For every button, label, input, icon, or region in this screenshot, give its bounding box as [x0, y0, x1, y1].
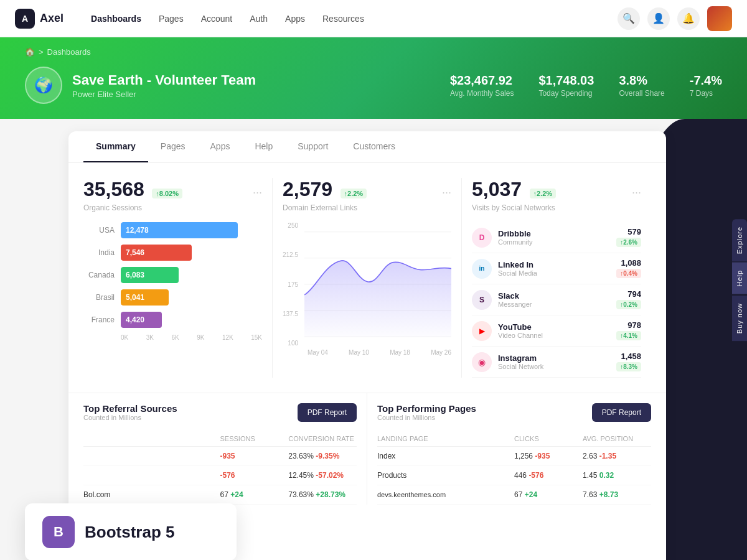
- social-row-youtube: ▶ YouTube Video Channel 978 ↑4.1%: [472, 315, 641, 347]
- nav-links: Dashboards Pages Account Auth Apps Resou…: [83, 10, 618, 27]
- organic-sessions-value: 35,568: [83, 178, 144, 200]
- pdf-report-button-left[interactable]: PDF Report: [298, 403, 357, 422]
- breadcrumb-current: Dashboards: [47, 47, 91, 57]
- tab-help[interactable]: Help: [242, 131, 285, 162]
- explore-button[interactable]: Explore: [732, 219, 747, 261]
- more-options-icon[interactable]: ···: [253, 186, 262, 199]
- tab-summary[interactable]: Summary: [83, 131, 148, 162]
- instagram-icon: ◉: [472, 352, 492, 372]
- table-row: Index 1,256 -935 2.63 -1.35: [377, 447, 651, 466]
- bootstrap-logo: B: [42, 516, 75, 548]
- bar-row-usa: USA 12,478: [83, 222, 262, 238]
- linkedin-icon: in: [472, 259, 492, 279]
- pages-sub: Counted in Millions: [377, 414, 476, 421]
- external-links-col: 2,579 ↑2.2% ··· Domain External Links 25…: [273, 178, 462, 378]
- dashboard-grid: 35,568 ↑8.02% ··· Organic Sessions USA 1…: [68, 163, 666, 393]
- table-row: devs.keenthemes.com 67 +24 7.63 +8.73: [377, 485, 651, 505]
- referral-sub: Counted in Millions: [83, 414, 177, 421]
- hero-content: 🌍 Save Earth - Volunteer Team Power Elit…: [25, 67, 722, 104]
- nav-apps[interactable]: Apps: [278, 10, 312, 27]
- youtube-icon: ▶: [472, 321, 492, 341]
- referral-sources-col: Top Referral Sources Counted in Millions…: [83, 393, 367, 505]
- main-wrapper: Explore Help Buy now Summary Pages Apps …: [0, 119, 747, 560]
- bootstrap-overlay: B Bootstrap 5: [25, 503, 237, 560]
- navbar: A Axel Dashboards Pages Account Auth App…: [0, 0, 747, 37]
- table-row: Products 446 -576 1.45 0.32: [377, 466, 651, 485]
- organic-sessions-label: Organic Sessions: [83, 203, 262, 212]
- nav-auth[interactable]: Auth: [242, 10, 275, 27]
- dribbble-icon: D: [472, 228, 492, 248]
- bar-axis: 0K3K6K9K12K15K: [83, 334, 262, 341]
- referral-title: Top Referral Sources: [83, 403, 177, 414]
- pages-title: Top Performing Pages: [377, 403, 476, 414]
- brand-logo: A: [15, 9, 35, 29]
- more-options-icon-3[interactable]: ···: [632, 186, 641, 199]
- help-button[interactable]: Help: [732, 263, 747, 294]
- social-row-linkedin: in Linked In Social Media 1,088 ↑0.4%: [472, 253, 641, 284]
- social-row-slack: S Slack Messanger 794 ↑0.2%: [472, 284, 641, 315]
- breadcrumb: 🏠 > Dashboards: [25, 47, 722, 57]
- nav-pages[interactable]: Pages: [151, 10, 191, 27]
- breadcrumb-sep: >: [39, 47, 44, 57]
- notifications-icon[interactable]: 🔔: [677, 7, 700, 30]
- organic-sessions-col: 35,568 ↑8.02% ··· Organic Sessions USA 1…: [83, 178, 273, 378]
- stat-overall-share: 3.8% Overall Share: [619, 73, 664, 98]
- avatar[interactable]: [707, 6, 732, 31]
- user-icon[interactable]: 👤: [647, 7, 670, 30]
- side-buttons: Explore Help Buy now: [732, 219, 747, 341]
- tab-bar: Summary Pages Apps Help Support Customer…: [68, 131, 666, 163]
- performing-pages-col: Top Performing Pages Counted in Millions…: [367, 393, 651, 505]
- brand-name: Axel: [40, 12, 63, 25]
- buy-now-button[interactable]: Buy now: [732, 296, 747, 341]
- social-networks-col: 5,037 ↑2.2% ··· Visits by Social Network…: [462, 178, 651, 378]
- line-chart-area: 250 212.5 175 137.5 100: [283, 222, 451, 356]
- external-links-badge: ↑2.2%: [341, 189, 367, 198]
- social-visits-value: 5,037: [472, 178, 522, 200]
- bootstrap-title: Bootstrap 5: [85, 523, 174, 542]
- nav-account[interactable]: Account: [194, 10, 240, 27]
- referral-table-header: SESSIONS CONVERSION RATE: [83, 431, 357, 447]
- more-options-icon-2[interactable]: ···: [442, 186, 451, 199]
- hero-title: Save Earth - Volunteer Team: [72, 72, 256, 88]
- tab-apps[interactable]: Apps: [198, 131, 243, 162]
- tab-pages[interactable]: Pages: [148, 131, 198, 162]
- social-list: D Dribbble Community 579 ↑2.6%: [472, 222, 641, 378]
- nav-right: 🔍 👤 🔔: [618, 6, 732, 31]
- nav-resources[interactable]: Resources: [315, 10, 372, 27]
- search-icon[interactable]: 🔍: [618, 7, 640, 30]
- tab-support[interactable]: Support: [285, 131, 341, 162]
- organic-sessions-badge: ↑8.02%: [152, 189, 182, 198]
- slack-icon: S: [472, 290, 492, 310]
- table-row: -576 12.45% -57.02%: [83, 466, 357, 485]
- line-chart-svg: [304, 222, 451, 347]
- table-row: Bol.com 67 +24 73.63% +28.73%: [83, 485, 357, 505]
- stat-monthly-sales: $23,467.92 Avg. Monthly Sales: [450, 73, 514, 98]
- team-logo: 🌍: [25, 67, 62, 104]
- bar-row-brasil: Brasil 5,041: [83, 289, 262, 306]
- bar-row-india: India 7,546: [83, 245, 262, 261]
- tab-customers[interactable]: Customers: [341, 131, 408, 162]
- bar-row-canada: Canada 6,083: [83, 267, 262, 283]
- line-axis-x: May 04May 10May 18May 26: [283, 349, 451, 356]
- bar-row-france: France 4,420: [83, 312, 262, 328]
- pdf-report-button-right[interactable]: PDF Report: [592, 403, 651, 422]
- external-links-value: 2,579: [283, 178, 332, 200]
- brand[interactable]: A Axel: [15, 9, 63, 29]
- table-row: -935 23.63% -9.35%: [83, 447, 357, 466]
- hero-subtitle: Power Elite Seller: [72, 90, 256, 99]
- social-visits-badge: ↑2.2%: [530, 189, 557, 198]
- bottom-grid: Top Referral Sources Counted in Millions…: [68, 393, 666, 520]
- external-links-label: Domain External Links: [283, 203, 451, 212]
- hero-banner: 🏠 > Dashboards 🌍 Save Earth - Volunteer …: [0, 37, 747, 119]
- social-row-dribbble: D Dribbble Community 579 ↑2.6%: [472, 222, 641, 253]
- nav-dashboards[interactable]: Dashboards: [83, 10, 149, 27]
- main-card: Summary Pages Apps Help Support Customer…: [68, 131, 666, 560]
- stat-today-spending: $1,748.03 Today Spending: [538, 73, 594, 98]
- pages-table-header: LANDING PAGE CLICKS AVG. POSITION: [377, 431, 651, 447]
- social-visits-label: Visits by Social Networks: [472, 203, 641, 212]
- stat-7days: -7.4% 7 Days: [690, 73, 722, 98]
- breadcrumb-home[interactable]: 🏠: [25, 47, 35, 57]
- hero-stats: $23,467.92 Avg. Monthly Sales $1,748.03 …: [450, 73, 722, 98]
- social-row-instagram: ◉ Instagram Social Network 1,458 ↑8.3%: [472, 347, 641, 378]
- bar-chart: USA 12,478 India 7,546 Canada: [83, 222, 262, 341]
